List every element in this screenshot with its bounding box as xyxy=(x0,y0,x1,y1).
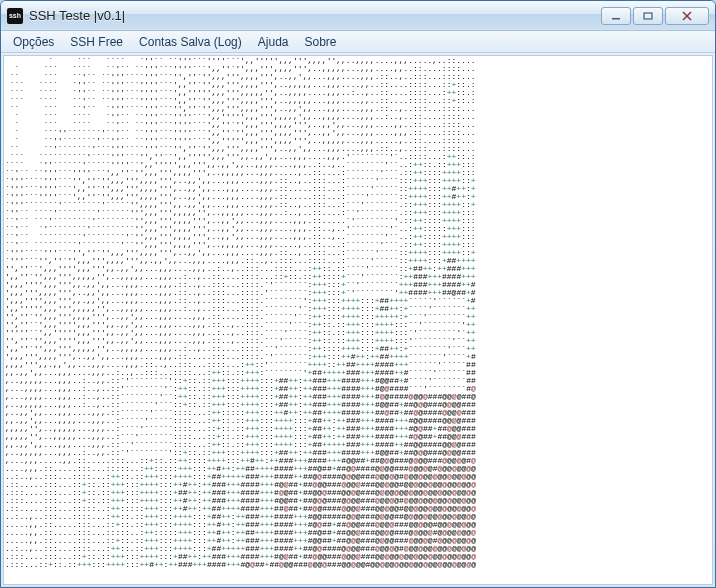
menu-opcoes[interactable]: Opções xyxy=(5,31,62,52)
titlebar[interactable]: ssh SSH Teste |v0.1| xyxy=(1,1,715,31)
maximize-button[interactable] xyxy=(633,7,663,25)
window-title: SSH Teste |v0.1| xyxy=(29,8,601,23)
svg-rect-1 xyxy=(644,13,652,19)
app-window: ssh SSH Teste |v0.1| Opções SSH Free Con… xyxy=(0,0,716,588)
minimize-button[interactable] xyxy=(601,7,631,25)
close-button[interactable] xyxy=(665,7,709,25)
ascii-art-banner: ` ``` ```` `''`` ``'''```''''```',,'''''… xyxy=(4,56,712,570)
app-icon: ssh xyxy=(7,8,23,24)
menu-ssh-free[interactable]: SSH Free xyxy=(62,31,131,52)
menu-contas-salva[interactable]: Contas Salva (Log) xyxy=(131,31,250,52)
menu-ajuda[interactable]: Ajuda xyxy=(250,31,297,52)
menu-sobre[interactable]: Sobre xyxy=(296,31,344,52)
menubar: Opções SSH Free Contas Salva (Log) Ajuda… xyxy=(1,31,715,53)
client-area: ` ``` ```` `''`` ``'''```''''```',,'''''… xyxy=(3,55,713,585)
window-controls xyxy=(601,7,709,25)
svg-rect-0 xyxy=(612,18,620,20)
